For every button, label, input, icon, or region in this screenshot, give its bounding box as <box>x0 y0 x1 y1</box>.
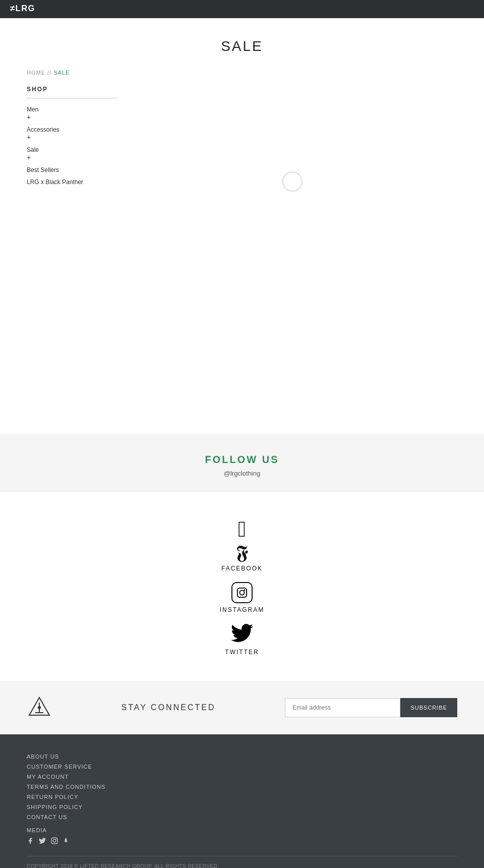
footer-snapchat-icon[interactable] <box>63 837 70 846</box>
email-input[interactable] <box>285 698 400 717</box>
breadcrumb-separator: // <box>47 70 51 76</box>
twitter-label: TWITTER <box>0 649 484 656</box>
twitter-link[interactable]: TWITTER <box>0 623 484 656</box>
footer-instagram-icon[interactable] <box>51 837 58 846</box>
footer-facebook-icon[interactable] <box>27 837 34 846</box>
expand-icon-men: + <box>27 113 117 121</box>
sidebar-item-sale[interactable]: Sale + <box>27 144 117 164</box>
footer-link-return-policy[interactable]: RETURN POLICY <box>27 794 457 800</box>
loading-spinner <box>282 171 302 192</box>
page-title-section: SALE <box>0 18 484 65</box>
footer-logo-icon <box>27 695 52 720</box>
follow-us-handle: @lrgclothing <box>0 470 484 477</box>
facebook-icon:  𝕱 <box>0 517 484 562</box>
svg-point-4 <box>244 590 246 591</box>
sidebar-item-lrg-black-panther[interactable]: LRG x Black Panther <box>27 176 117 188</box>
sidebar: SHOP Men + Accessories + Sale + Best Sel… <box>27 81 128 282</box>
instagram-label: INSTAGRAM <box>0 606 484 613</box>
svg-rect-2 <box>237 588 247 597</box>
sidebar-item-accessories[interactable]: Accessories + <box>27 124 117 144</box>
newsletter-form: SUBSCRIBE <box>285 698 457 717</box>
subscribe-button[interactable]: SUBSCRIBE <box>400 698 457 717</box>
page-title: SALE <box>0 38 484 54</box>
svg-point-3 <box>239 590 244 595</box>
svg-text::  <box>238 517 246 540</box>
instagram-icon <box>231 582 253 603</box>
footer: ABOUT US CUSTOMER SERVICE MY ACCOUNT TER… <box>0 734 484 868</box>
svg-point-10 <box>53 839 56 842</box>
footer-link-contact[interactable]: CONTACT US <box>27 814 457 820</box>
facebook-link[interactable]:  𝕱 FACEBOOK <box>0 517 484 572</box>
expand-icon-sale: + <box>27 153 117 161</box>
instagram-link[interactable]: INSTAGRAM <box>0 582 484 613</box>
svg-point-8 <box>38 706 41 709</box>
stay-connected-label: STAY CONNECTED <box>82 703 255 712</box>
facebook-label: FACEBOOK <box>0 565 484 572</box>
follow-us-section: FOLLOW US @lrgclothing <box>0 434 484 492</box>
newsletter-section: STAY CONNECTED SUBSCRIBE <box>0 681 484 734</box>
header: ≠LRG <box>0 0 484 18</box>
svg-text:≠LRG: ≠LRG <box>10 4 35 13</box>
newsletter-logo-area <box>27 695 52 720</box>
logo[interactable]: ≠LRG <box>10 2 40 16</box>
follow-us-title: FOLLOW US <box>0 454 484 466</box>
footer-social-icons <box>27 837 457 846</box>
footer-link-my-account[interactable]: MY ACCOUNT <box>27 774 457 780</box>
sidebar-item-best-sellers[interactable]: Best Sellers <box>27 164 117 176</box>
footer-link-customer-service[interactable]: CUSTOMER SERVICE <box>27 764 457 770</box>
svg-rect-9 <box>51 838 57 844</box>
social-section:  𝕱 FACEBOOK INSTAGRAM TW <box>0 492 484 681</box>
footer-copyright: COPYRIGHT 2018 © LIFTED RESEARCH GROUP. … <box>27 863 457 868</box>
twitter-icon <box>0 623 484 646</box>
footer-media-label: MEDIA <box>27 827 457 833</box>
footer-twitter-icon[interactable] <box>39 837 46 846</box>
expand-icon-accessories: + <box>27 133 117 141</box>
products-area <box>128 81 457 282</box>
sidebar-item-men[interactable]: Men + <box>27 103 117 124</box>
footer-link-shipping-policy[interactable]: SHIPPING POLICY <box>27 804 457 810</box>
shop-label: SHOP <box>27 81 117 98</box>
footer-link-terms[interactable]: TERMS AND CONDITIONS <box>27 784 457 790</box>
svg-point-11 <box>55 839 56 840</box>
main-content: SHOP Men + Accessories + Sale + Best Sel… <box>0 81 484 282</box>
breadcrumb: HOME // SALE <box>0 65 484 81</box>
breadcrumb-current: SALE <box>53 70 70 76</box>
breadcrumb-home[interactable]: HOME <box>27 70 45 76</box>
footer-link-about[interactable]: ABOUT US <box>27 754 457 760</box>
